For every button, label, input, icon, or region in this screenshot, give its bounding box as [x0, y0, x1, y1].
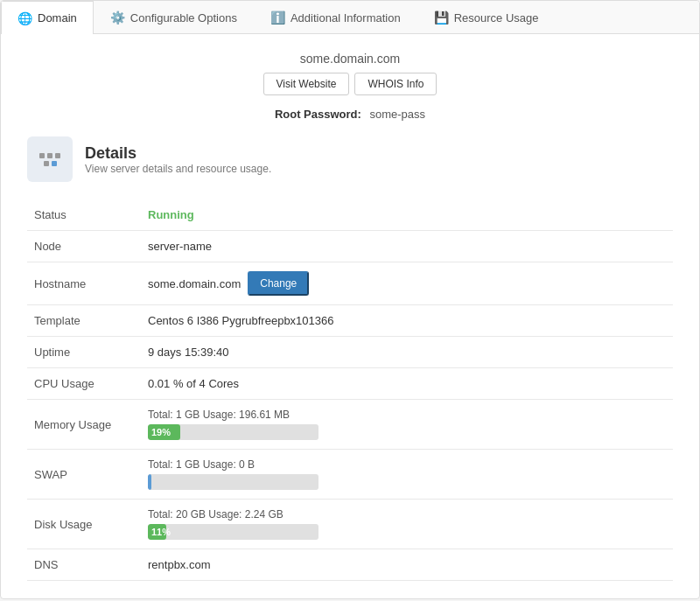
- row-value: 9 days 15:39:40: [141, 337, 673, 368]
- icon-dot-1: [39, 153, 45, 158]
- whois-info-button[interactable]: WHOIS Info: [354, 73, 437, 95]
- progress-info: Total: 1 GB Usage: 196.61 MB: [148, 409, 666, 421]
- table-row: DNSrentpbx.com: [27, 549, 673, 581]
- details-subtitle: View server details and resource usage.: [85, 163, 271, 175]
- icon-dot-3: [55, 153, 60, 158]
- root-password-value: some-pass: [370, 108, 426, 121]
- row-value: Total: 1 GB Usage: 0 B: [141, 450, 673, 500]
- config-icon: ⚙️: [110, 10, 125, 24]
- server-icon: [27, 136, 73, 182]
- hostname-value: some.domain.com: [148, 277, 241, 290]
- progress-info: Total: 20 GB Usage: 2.24 GB: [148, 508, 666, 521]
- table-row: Disk UsageTotal: 20 GB Usage: 2.24 GB11%: [27, 500, 673, 549]
- details-text: Details View server details and resource…: [85, 144, 271, 175]
- row-label: Template: [27, 305, 141, 337]
- table-row: Nodeserver-name: [27, 231, 673, 262]
- root-password-section: Root Password: some-pass: [27, 108, 673, 121]
- tab-configurable-label: Configurable Options: [130, 11, 237, 24]
- row-label: CPU Usage: [27, 368, 141, 400]
- row-value: 0.01 % of 4 Cores: [141, 368, 673, 400]
- progress-bar-fill: [148, 474, 151, 490]
- progress-container: Total: 1 GB Usage: 0 B: [148, 458, 666, 490]
- row-value: Total: 1 GB Usage: 196.61 MB19%: [141, 400, 673, 450]
- row-label: Node: [27, 231, 141, 262]
- tab-additional-label: Additional Information: [290, 11, 401, 24]
- tab-domain[interactable]: 🌐 Domain: [1, 1, 94, 34]
- domain-icon: 🌐: [18, 11, 32, 25]
- progress-info: Total: 1 GB Usage: 0 B: [148, 458, 666, 471]
- main-content: some.domain.com Visit Website WHOIS Info…: [1, 34, 699, 598]
- tab-configurable-options[interactable]: ⚙️ Configurable Options: [94, 1, 254, 33]
- tab-resource-label: Resource Usage: [454, 11, 539, 24]
- icon-dot-4: [44, 161, 49, 166]
- row-label: Uptime: [27, 337, 141, 368]
- row-value: server-name: [141, 231, 673, 262]
- tab-resource-usage[interactable]: 💾 Resource Usage: [417, 1, 556, 33]
- table-row: Memory UsageTotal: 1 GB Usage: 196.61 MB…: [27, 400, 673, 450]
- table-row: Hostnamesome.domain.comChange: [27, 262, 673, 305]
- row-label: Disk Usage: [27, 500, 141, 549]
- change-hostname-button[interactable]: Change: [248, 271, 309, 296]
- table-row: TemplateCentos 6 I386 Pygrubfreepbx10136…: [27, 305, 673, 337]
- main-container: 🌐 Domain ⚙️ Configurable Options ℹ️ Addi…: [0, 0, 700, 599]
- visit-website-button[interactable]: Visit Website: [263, 73, 350, 95]
- row-value: Running: [141, 199, 673, 231]
- tab-additional-information[interactable]: ℹ️ Additional Information: [254, 1, 417, 33]
- root-password-label: Root Password:: [275, 108, 361, 121]
- table-row: Uptime9 days 15:39:40: [27, 337, 673, 368]
- details-title: Details: [85, 144, 271, 163]
- progress-container: Total: 20 GB Usage: 2.24 GB11%: [148, 508, 666, 540]
- details-header: Details View server details and resource…: [27, 136, 673, 182]
- progress-bar-bg: 19%: [148, 424, 318, 440]
- icon-dot-2: [47, 153, 52, 158]
- tab-domain-label: Domain: [38, 11, 77, 24]
- progress-container: Total: 1 GB Usage: 196.61 MB19%: [148, 409, 666, 440]
- table-row: StatusRunning: [27, 199, 673, 231]
- domain-name: some.domain.com: [27, 52, 673, 66]
- status-badge: Running: [148, 208, 194, 221]
- row-label: DNS: [27, 549, 141, 581]
- row-value: Centos 6 I386 Pygrubfreepbx101366: [141, 305, 673, 337]
- hostname-row: some.domain.comChange: [148, 271, 666, 296]
- tab-bar: 🌐 Domain ⚙️ Configurable Options ℹ️ Addi…: [1, 1, 699, 34]
- resource-icon: 💾: [434, 10, 449, 24]
- progress-label: 11%: [151, 527, 171, 537]
- row-value: some.domain.comChange: [141, 262, 673, 305]
- row-label: Hostname: [27, 262, 141, 305]
- row-value: Total: 20 GB Usage: 2.24 GB11%: [141, 500, 673, 549]
- progress-bar-fill: 11%: [148, 524, 166, 540]
- row-label: Memory Usage: [27, 400, 141, 450]
- progress-bar-bg: 11%: [148, 524, 318, 540]
- row-label: Status: [27, 199, 141, 231]
- info-table: StatusRunningNodeserver-nameHostnamesome…: [27, 199, 673, 581]
- icon-dot-5: [52, 161, 57, 166]
- progress-bar-fill: 19%: [148, 424, 180, 440]
- domain-header: some.domain.com Visit Website WHOIS Info…: [27, 52, 673, 121]
- progress-label: 19%: [151, 427, 171, 437]
- domain-buttons: Visit Website WHOIS Info: [27, 73, 673, 95]
- table-row: CPU Usage0.01 % of 4 Cores: [27, 368, 673, 400]
- table-row: SWAPTotal: 1 GB Usage: 0 B: [27, 450, 673, 500]
- info-icon: ℹ️: [270, 10, 285, 24]
- progress-bar-bg: [148, 474, 318, 490]
- row-value: rentpbx.com: [141, 549, 673, 581]
- row-label: SWAP: [27, 450, 141, 500]
